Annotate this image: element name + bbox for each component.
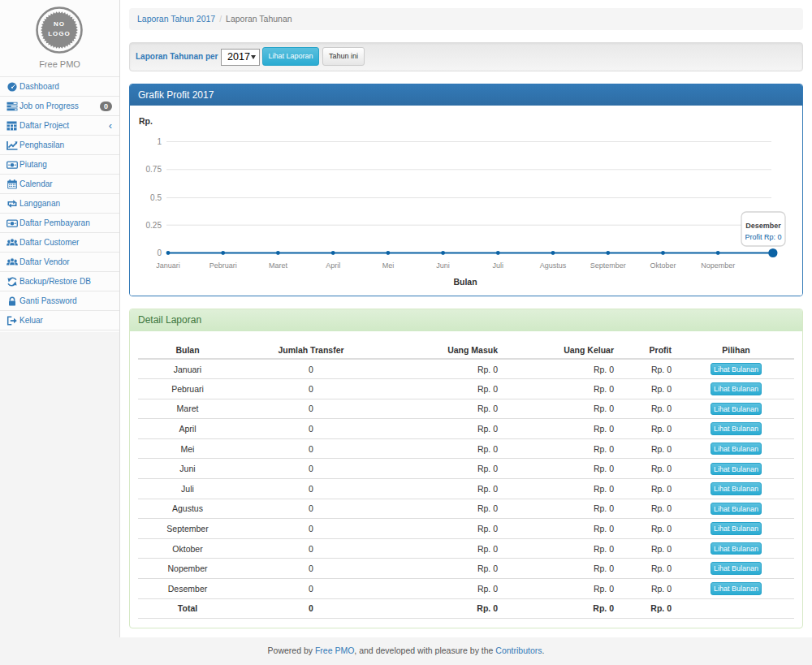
svg-text:Oktober: Oktober <box>650 261 676 270</box>
svg-text:0: 0 <box>157 248 162 257</box>
svg-text:Profit Rp: 0: Profit Rp: 0 <box>745 233 781 241</box>
svg-text:Agustus: Agustus <box>540 261 567 270</box>
svg-text:NO: NO <box>54 20 65 28</box>
svg-text:September: September <box>590 261 626 270</box>
svg-text:Juni: Juni <box>436 261 450 270</box>
svg-text:1: 1 <box>157 137 162 146</box>
svg-text:Mei: Mei <box>382 261 395 270</box>
svg-text:0.25: 0.25 <box>146 221 162 230</box>
svg-text:Januari: Januari <box>156 261 180 270</box>
svg-text:Pebruari: Pebruari <box>209 261 237 270</box>
svg-text:Desember: Desember <box>745 222 781 230</box>
svg-text:LOGO: LOGO <box>48 30 71 37</box>
svg-text:0.75: 0.75 <box>146 165 162 174</box>
svg-text:Nopember: Nopember <box>701 261 735 270</box>
svg-text:Bulan: Bulan <box>453 277 477 287</box>
svg-text:Maret: Maret <box>269 261 288 270</box>
svg-text:Rp.: Rp. <box>139 116 153 126</box>
svg-text:Juli: Juli <box>493 261 504 270</box>
svg-text:April: April <box>326 261 340 270</box>
svg-text:0.5: 0.5 <box>150 193 162 202</box>
